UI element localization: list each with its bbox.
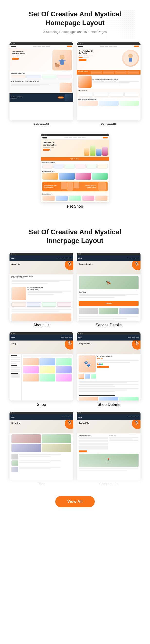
shop-hero: 🐕 Shop bbox=[9, 340, 73, 354]
nav-logo bbox=[11, 46, 16, 47]
view-all-section: View All bbox=[0, 489, 150, 520]
contact-hero: 🐕 Contact Us bbox=[77, 420, 141, 434]
petcare01-hero: To Ensure PerfectService Of Your Cat. Pr… bbox=[9, 48, 73, 72]
blog-list bbox=[9, 453, 73, 473]
contact-page-header: bundy bbox=[77, 414, 141, 420]
nav-cta-btn bbox=[67, 46, 72, 47]
card-2 bbox=[26, 74, 41, 78]
petshop-browser[interactable]: Best Food ForYour Loving Dog Find best f… bbox=[41, 134, 109, 202]
nav-logo bbox=[42, 137, 47, 138]
innerpage-contact: bundy 🐕 Contact Us bbox=[77, 412, 141, 486]
service-browser[interactable]: bundy 🐕 Service Details bbox=[77, 253, 141, 321]
innerpage-section-header: Set Of Creative And Mystical Innerpage L… bbox=[0, 218, 150, 250]
related-products bbox=[77, 394, 141, 400]
about-stats bbox=[9, 301, 73, 308]
section-title: Experience Our Worship bbox=[11, 72, 72, 74]
shop-product-grid bbox=[22, 354, 73, 400]
shop-details-browser[interactable]: bundy 🐕 Shop Details bbox=[77, 332, 141, 400]
about-page-title: About Us bbox=[9, 261, 73, 267]
homepage-previews: To Ensure PerfectService Of Your Cat. Pr… bbox=[0, 38, 150, 130]
svg-point-1 bbox=[60, 54, 65, 60]
about-two-col: We Are Providing Pet CareService For Yea… bbox=[9, 286, 73, 301]
hero-circle-image bbox=[122, 50, 139, 67]
service-page-header: bundy bbox=[77, 255, 141, 261]
shop-filter-sidebar bbox=[9, 354, 22, 400]
browser-dot-yellow bbox=[80, 43, 81, 44]
about-page-header: bundy bbox=[9, 255, 73, 261]
nav-logo bbox=[78, 46, 83, 47]
shop-layout bbox=[9, 354, 73, 400]
innerpage-service: bundy 🐕 Service Details bbox=[77, 253, 141, 327]
innerpage-shop: bundy 🐕 Shop bbox=[9, 332, 73, 407]
about-label: About Us bbox=[33, 323, 49, 327]
shop-details-hero: 🐕 Shop Details bbox=[77, 340, 141, 354]
blog-page-header: bundy bbox=[9, 414, 73, 420]
petcare01-label: Petcare-01 bbox=[33, 122, 49, 126]
service-label: Service Details bbox=[96, 323, 122, 327]
contact-browser[interactable]: bundy 🐕 Contact Us bbox=[77, 412, 141, 480]
service-image: 🐕‍🦺 bbox=[79, 276, 139, 289]
shop-page-title: Shop bbox=[9, 340, 73, 346]
petshop-card: Best Food ForYour Loving Dog Find best f… bbox=[41, 134, 109, 209]
innerpage-grid-row3: bundy 🐕 Blog Grid bbox=[0, 409, 150, 489]
browser-dot-red bbox=[78, 43, 79, 44]
nav-links bbox=[33, 46, 50, 47]
about-browser[interactable]: bundy 🐕 About Us bbox=[9, 253, 73, 321]
petshop-categories: Browse By Categories › bbox=[41, 161, 109, 170]
petshop-label: Pet Shop bbox=[67, 204, 83, 209]
hero-title: Best Food ForYour Loving Dog bbox=[43, 142, 83, 146]
shop-browser[interactable]: bundy 🐕 Shop bbox=[9, 332, 73, 400]
shop-details-page-header: bundy bbox=[77, 335, 141, 340]
preview-card-petcare02: Your Pet Is Part OfOur Family. Providing… bbox=[77, 42, 141, 126]
petshop-collections: Find Pet Collections › bbox=[41, 170, 109, 180]
petcare02-why: Why Choose Us bbox=[77, 89, 141, 98]
card-4 bbox=[57, 74, 72, 78]
about-content: Everything Need Known DoingFull Do About… bbox=[9, 274, 73, 286]
product-thumbnails bbox=[77, 374, 141, 380]
hero-image bbox=[52, 50, 72, 70]
browser-dot-green bbox=[46, 134, 47, 136]
browser-dot-red bbox=[42, 134, 43, 136]
svg-rect-4 bbox=[63, 60, 66, 62]
svg-point-8 bbox=[56, 64, 56, 64]
petshop-hero: Best Food ForYour Loving Dog Find best f… bbox=[41, 140, 109, 157]
petcare02-hero: Your Pet Is Part OfOur Family. Providing… bbox=[77, 48, 141, 70]
service-pricing: Book Now bbox=[77, 300, 141, 307]
shop-label: Shop bbox=[37, 402, 46, 407]
browser-dot-green bbox=[14, 43, 15, 44]
petcare01-browser[interactable]: To Ensure PerfectService Of Your Cat. Pr… bbox=[9, 42, 73, 120]
page-header: Set Of Creative And Mystical Homepage La… bbox=[0, 0, 150, 38]
svg-rect-2 bbox=[60, 60, 64, 65]
svg-rect-3 bbox=[58, 60, 61, 62]
petcare02-nav bbox=[77, 45, 141, 48]
petshop-nav bbox=[41, 136, 109, 140]
blog-label: Blog bbox=[37, 482, 45, 486]
petcare02-browser[interactable]: Your Pet Is Part OfOur Family. Providing… bbox=[77, 42, 141, 120]
innerpage-grid-row1: bundy 🐕 About Us bbox=[0, 250, 150, 330]
shop-page-header: bundy bbox=[9, 335, 73, 340]
browser-dot-yellow bbox=[44, 134, 45, 136]
innerpage-blog: bundy 🐕 Blog Grid bbox=[9, 412, 73, 486]
contact-map: 📍 Map Location bbox=[79, 454, 139, 467]
product-description bbox=[77, 380, 141, 394]
shop-details-page-title: Shop Details bbox=[77, 340, 141, 346]
hero-btn bbox=[12, 58, 19, 60]
petcare02-three-stop: Three Stop And Enjoy Your Day bbox=[77, 98, 141, 107]
hero-products bbox=[84, 141, 108, 156]
petcare01-done: Come To Know What We Have Done About Pet… bbox=[9, 80, 73, 93]
view-all-button[interactable]: View All bbox=[55, 496, 95, 507]
blog-browser[interactable]: bundy 🐕 Blog Grid bbox=[9, 412, 73, 480]
innerpage-title: Set Of Creative And Mystical Innerpage L… bbox=[15, 228, 135, 246]
petshop-essential: Essential Items › bbox=[41, 192, 109, 202]
sale-banner: UP TO 50% bbox=[41, 157, 109, 161]
hero-sub: Professional pet care services bbox=[12, 55, 51, 56]
shop-details-label: Shop Details bbox=[98, 402, 120, 407]
petcare02-services: See Our All Services › bbox=[77, 70, 141, 74]
innerpage-shop-details: bundy 🐕 Shop Details bbox=[77, 332, 141, 407]
browser-dot-green bbox=[82, 43, 83, 44]
service-title-section: Dog Tars bbox=[77, 290, 141, 300]
petcare01-footer: Your Pets Are 100% Safeat Our Care. Book… bbox=[9, 93, 73, 102]
hero-btn bbox=[43, 149, 50, 151]
nav-cta-btn bbox=[134, 46, 139, 47]
preview-card-petcare01: To Ensure PerfectService Of Your Cat. Pr… bbox=[9, 42, 73, 126]
